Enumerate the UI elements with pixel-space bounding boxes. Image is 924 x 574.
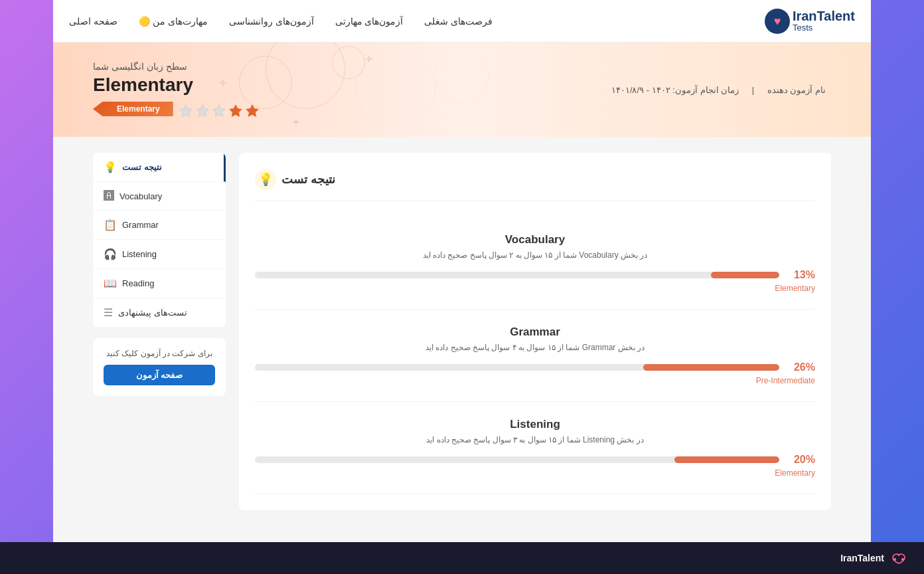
sidebar-cta-text: برای شرکت در آزمون کلیک کنید: [104, 349, 215, 358]
svg-marker-5: [196, 105, 208, 116]
grammar-bar-fill: [643, 364, 779, 371]
deco-plus-3: +: [292, 115, 300, 130]
bottom-logo-icon: [889, 551, 908, 565]
vocabulary-title: Vocabulary: [255, 233, 815, 246]
grammar-title: Grammar: [255, 326, 815, 339]
hero-meta: نام آزمون دهنده | زمان انجام آزمون: ۱۴۰۲…: [606, 85, 831, 95]
listening-title: Listening: [255, 418, 815, 431]
svg-marker-4: [213, 105, 225, 116]
sidebar-item-grammar[interactable]: Grammar 📋: [93, 211, 226, 240]
deco-plus-1: +: [365, 52, 373, 67]
hero-subtitle: سطح زبان انگلیسی شما: [93, 61, 187, 72]
exam-page-button[interactable]: صفحه آزمون: [104, 365, 215, 385]
sidebar-item-vocabulary[interactable]: Vocabulary 🅰: [93, 182, 226, 211]
hero-title: Elementary: [93, 74, 193, 96]
vocabulary-desc: در بخش Vocabulary شما از ۱۵ سوال به ۲ سو…: [255, 250, 815, 260]
sidebar-item-result[interactable]: نتیجه تست 💡: [93, 153, 226, 182]
star-rating: [179, 104, 260, 118]
grammar-section: Grammar در بخش Grammar شما از ۱۵ سوال به…: [255, 310, 815, 402]
nav-item-psychology[interactable]: آزمون‌های روانشناسی: [229, 15, 314, 27]
main-content: نتیجه تست 💡 Vocabulary در بخش Vocabulary…: [53, 137, 871, 526]
vocabulary-bar-bg: [255, 272, 779, 278]
nav-item-shoghl[interactable]: فرصت‌های شغلی: [424, 15, 493, 27]
sidebar-item-suggested[interactable]: تست‌های پیشنهادی ☰: [93, 298, 226, 328]
star-4: [195, 104, 210, 118]
logo[interactable]: ♥ IranTalent Tests: [765, 9, 855, 34]
svg-text:♥: ♥: [774, 15, 781, 28]
time-label: زمان انجام آزمون: ۱۴۰۲ - ۱۴۰۱/۸/۹: [611, 85, 739, 95]
taker-label: نام آزمون دهنده: [767, 85, 826, 95]
sidebar-item-listening[interactable]: Listening 🎧: [93, 240, 226, 269]
listening-bar-bg: [255, 456, 779, 463]
sidebar-icon-grammar: 📋: [104, 219, 117, 231]
nav-item-skills[interactable]: مهارت‌های من 🟡: [139, 15, 208, 27]
sidebar-label-reading: Reading: [122, 278, 154, 288]
sidebar-label-vocabulary: Vocabulary: [119, 191, 162, 201]
listening-desc: در بخش Listening شما از ۱۵ سوال به ۳ سوا…: [255, 435, 815, 444]
listening-section: Listening در بخش Listening شما از ۱۵ سوا…: [255, 402, 815, 494]
sidebar-icon-reading: 📖: [104, 277, 117, 290]
vocabulary-progress-row: 13%: [255, 269, 815, 281]
svg-point-8: [901, 558, 904, 561]
nav-item-maharat[interactable]: آزمون‌های مهارتی: [335, 15, 404, 27]
sidebar-icon-listening: 🎧: [104, 248, 117, 260]
grammar-level: Pre-Intermediate: [255, 376, 815, 385]
brand-sub: Tests: [793, 23, 855, 33]
sidebar-nav: نتیجه تست 💡 Vocabulary 🅰 Grammar 📋 Liste…: [93, 153, 226, 328]
level-ribbon: Elementary: [93, 102, 173, 116]
sidebar-icon-vocabulary: 🅰: [104, 190, 114, 202]
svg-point-7: [893, 558, 896, 561]
hero-level: سطح زبان انگلیسی شما Elementary Elementa…: [93, 61, 260, 118]
bulb-icon: 💡: [255, 169, 276, 190]
listening-percent: 20%: [787, 454, 815, 466]
grammar-bar-bg: [255, 364, 779, 371]
brand-name: IranTalent: [793, 9, 855, 23]
bottom-logo-text: IranTalent: [840, 553, 884, 563]
sidebar: نتیجه تست 💡 Vocabulary 🅰 Grammar 📋 Liste…: [93, 153, 226, 510]
star-2: [228, 104, 243, 118]
nav-menu: فرصت‌های شغلی آزمون‌های مهارتی آزمون‌های…: [69, 15, 493, 27]
deco-circle-3: [332, 46, 365, 79]
vocabulary-level: Elementary: [255, 284, 815, 293]
star-1: [245, 104, 260, 118]
grammar-percent: 26%: [787, 361, 815, 373]
sidebar-icon-suggested: ☰: [104, 306, 113, 319]
sidebar-label-suggested: تست‌های پیشنهادی: [118, 308, 187, 318]
bottom-bar: IranTalent: [0, 542, 924, 574]
svg-marker-2: [246, 105, 258, 116]
vocabulary-bar-fill: [711, 272, 779, 278]
results-panel: نتیجه تست 💡 Vocabulary در بخش Vocabulary…: [239, 153, 831, 510]
sidebar-icon-result: 💡: [104, 161, 117, 173]
sidebar-label-listening: Listening: [122, 249, 157, 259]
nav-item-home[interactable]: صفحه اصلی: [69, 15, 117, 27]
grammar-desc: در بخش Grammar شما از ۱۵ سوال به ۴ سوال …: [255, 343, 815, 352]
star-5: [179, 104, 193, 118]
grammar-progress-row: 26%: [255, 361, 815, 373]
sidebar-item-reading[interactable]: Reading 📖: [93, 269, 226, 298]
vocabulary-percent: 13%: [787, 269, 815, 281]
svg-marker-6: [180, 105, 192, 116]
vocabulary-section: Vocabulary در بخش Vocabulary شما از ۱۵ س…: [255, 217, 815, 310]
hero-banner: + + + نام آزمون دهنده | زمان انجام آزمون…: [53, 43, 871, 137]
navbar: ♥ IranTalent Tests فرصت‌های شغلی آزمون‌ه…: [53, 0, 871, 43]
results-title: نتیجه تست: [281, 172, 335, 187]
listening-progress-row: 20%: [255, 454, 815, 466]
listening-bar-fill: [674, 456, 779, 463]
results-header: نتیجه تست 💡: [255, 169, 815, 201]
sidebar-label-result: نتیجه تست: [122, 162, 162, 172]
listening-level: Elementary: [255, 468, 815, 478]
logo-icon: ♥: [765, 9, 790, 34]
separator: |: [752, 85, 754, 95]
sidebar-label-grammar: Grammar: [122, 220, 159, 230]
svg-marker-3: [230, 105, 242, 116]
star-3: [212, 104, 226, 118]
sidebar-cta: برای شرکت در آزمون کلیک کنید صفحه آزمون: [93, 338, 226, 396]
